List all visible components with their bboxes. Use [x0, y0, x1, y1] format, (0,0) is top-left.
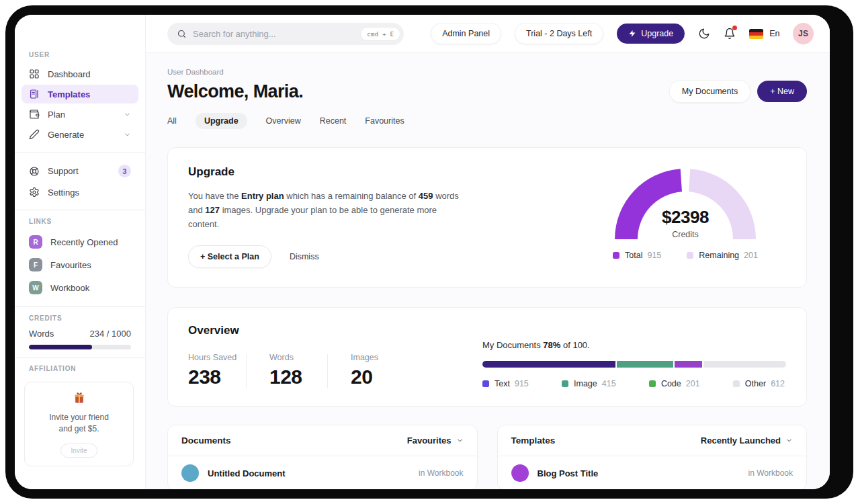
- upgrade-button-label: Upgrade: [641, 29, 673, 38]
- bar-segment-other: [703, 361, 786, 368]
- tab-bar: All Upgrade Overview Recent Favourites: [167, 113, 807, 129]
- sidebar-section-credits: CREDITS: [29, 314, 145, 322]
- search-placeholder: Search for anything...: [193, 29, 355, 39]
- usage-caption: My Documents 78% of 100.: [482, 340, 786, 350]
- topbar: Search for anything... cmd + E Admin Pan…: [146, 15, 830, 53]
- lightning-bolt-icon: [628, 30, 636, 38]
- chevron-down-icon: [124, 131, 131, 138]
- template-row[interactable]: Blog Post Title in Workbook: [498, 456, 807, 489]
- document-location: in Workbook: [419, 468, 463, 478]
- usage-multibar: [482, 361, 786, 368]
- sidebar-link-label: Favourites: [50, 260, 91, 270]
- sidebar-item-label: Dashboard: [48, 69, 91, 79]
- sidebar-section-affiliation: AFFILIATION: [29, 365, 145, 372]
- upgrade-card-left: Upgrade You have the Entry plan which ha…: [188, 165, 467, 268]
- invite-button[interactable]: Invite: [60, 444, 98, 458]
- dark-mode-toggle[interactable]: [698, 28, 710, 40]
- upgrade-card: Upgrade You have the Entry plan which ha…: [167, 147, 807, 288]
- search-icon: [177, 29, 187, 39]
- legend-swatch: [613, 252, 619, 259]
- sidebar-item-support[interactable]: Support 3: [22, 161, 138, 181]
- gauge-caption: Credits: [611, 230, 759, 239]
- bar-segment-text: [482, 361, 615, 368]
- sidebar-link-favourites[interactable]: F Favourites: [22, 254, 138, 276]
- tab-favourites[interactable]: Favourites: [365, 116, 404, 126]
- credits-progress-fill: [29, 345, 92, 349]
- gift-icon: [73, 391, 86, 405]
- templates-filter-dropdown[interactable]: Recently Launched: [701, 435, 793, 446]
- moon-icon: [698, 28, 710, 40]
- page-title: Welcome, Maria.: [167, 81, 303, 102]
- credits-gauge: $2398 Credits Total 915 Remaining: [585, 165, 786, 268]
- sidebar-item-label: Support: [48, 166, 79, 176]
- templates-panel: Templates Recently Launched Blog Post Ti…: [497, 425, 808, 489]
- sidebar-item-generate[interactable]: Generate: [22, 125, 138, 144]
- overview-card: Overview Hours Saved 238 Words 128: [167, 307, 807, 407]
- usage-legend: Text 915 Image 415 Code 201: [482, 379, 786, 388]
- sidebar-section-links: LINKS: [29, 218, 145, 225]
- template-avatar: [511, 464, 529, 482]
- stat-hours-saved: Hours Saved 238: [188, 353, 246, 388]
- sidebar-item-settings[interactable]: Settings: [22, 183, 138, 202]
- template-location: in Workbook: [748, 468, 793, 478]
- notification-dot: [732, 26, 737, 30]
- sidebar-divider: [15, 210, 145, 210]
- document-row[interactable]: Untitled Document in Workbook: [168, 456, 477, 489]
- trial-status-button[interactable]: Trial - 2 Days Left: [515, 23, 603, 44]
- stat-separator: [327, 354, 328, 388]
- link-badge-r: R: [29, 235, 42, 249]
- wallet-icon: [29, 109, 40, 120]
- new-button[interactable]: + New: [757, 81, 807, 102]
- tab-recent[interactable]: Recent: [320, 116, 347, 126]
- legend-item-total: Total 915: [613, 251, 661, 260]
- sidebar-item-plan[interactable]: Plan: [22, 105, 138, 124]
- search-input[interactable]: Search for anything... cmd + E: [167, 23, 404, 45]
- sidebar-item-templates[interactable]: Templates: [22, 85, 138, 103]
- sidebar-item-label: Generate: [48, 130, 84, 140]
- sidebar-link-recently-opened[interactable]: R Recently Opened: [22, 231, 138, 253]
- admin-panel-button[interactable]: Admin Panel: [431, 23, 501, 44]
- my-documents-button[interactable]: My Documents: [669, 80, 750, 103]
- legend-item-image: Image 415: [562, 379, 616, 388]
- search-shortcut-chip: cmd + E: [361, 28, 400, 40]
- stat-words: Words 128: [269, 353, 327, 388]
- template-name: Blog Post Title: [538, 468, 599, 478]
- language-selector[interactable]: En: [749, 29, 779, 39]
- user-avatar[interactable]: JS: [793, 23, 814, 44]
- sidebar-link-label: Recently Opened: [50, 237, 118, 247]
- overview-card-title: Overview: [188, 324, 452, 337]
- link-badge-f: F: [29, 258, 42, 271]
- upgrade-card-title: Upgrade: [188, 165, 467, 179]
- sidebar-item-dashboard[interactable]: Dashboard: [22, 65, 138, 83]
- link-badge-w: W: [29, 281, 42, 294]
- pencil-icon: [29, 129, 40, 140]
- bar-segment-code: [675, 361, 701, 368]
- tab-overview[interactable]: Overview: [266, 116, 301, 126]
- legend-swatch: [562, 380, 568, 387]
- select-plan-button[interactable]: + Select a Plan: [188, 245, 271, 268]
- document-avatar: [181, 464, 199, 482]
- upgrade-card-body: You have the Entry plan which has a rema…: [188, 189, 467, 231]
- affiliation-text: Invite your friend and get $5.: [30, 412, 128, 435]
- templates-panel-title: Templates: [511, 435, 556, 446]
- dismiss-button[interactable]: Dismiss: [290, 252, 319, 261]
- credits-row: Words 234 / 1000: [29, 329, 131, 339]
- tab-all[interactable]: All: [167, 116, 177, 126]
- notifications-button[interactable]: [724, 28, 736, 40]
- upgrade-button[interactable]: Upgrade: [617, 24, 685, 44]
- documents-filter-dropdown[interactable]: Favourites: [407, 435, 464, 446]
- legend-item-remaining: Remaining 201: [687, 251, 758, 260]
- legend-item-code: Code 201: [649, 379, 700, 388]
- stats-row: Hours Saved 238 Words 128 Images 20: [188, 353, 452, 388]
- chevron-down-icon: [124, 111, 131, 118]
- tab-upgrade[interactable]: Upgrade: [196, 113, 247, 129]
- gauge-value: $2398: [611, 207, 759, 228]
- credits-progress-track: [29, 345, 131, 349]
- sidebar-link-label: Workbook: [50, 283, 89, 293]
- legend-swatch: [649, 380, 656, 387]
- sidebar-link-workbook[interactable]: W Workbook: [22, 277, 138, 298]
- legend-item-other: Other 612: [733, 379, 785, 388]
- german-flag-icon: [749, 29, 763, 39]
- sidebar-section-user: USER: [29, 51, 145, 58]
- documents-usage: My Documents 78% of 100. Text 915: [482, 340, 786, 388]
